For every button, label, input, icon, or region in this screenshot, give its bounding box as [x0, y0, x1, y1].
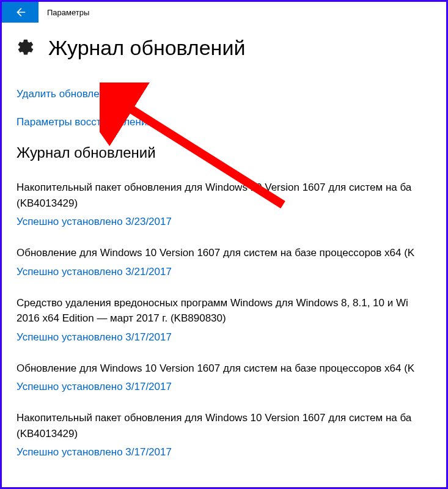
- update-name: Накопительный пакет обновления для Windo…: [17, 410, 431, 441]
- back-button[interactable]: [2, 2, 39, 23]
- update-item: Обновление для Windows 10 Version 1607 д…: [17, 245, 431, 278]
- page-title: Журнал обновлений: [48, 36, 245, 60]
- arrow-left-icon: [13, 6, 27, 19]
- update-item: Средство удаления вредоносных программ W…: [17, 295, 431, 344]
- content-area: Журнал обновлений Удалить обновления Пар…: [2, 23, 446, 458]
- update-name: Накопительный пакет обновления для Windo…: [17, 180, 431, 211]
- update-item: Накопительный пакет обновления для Windo…: [17, 410, 431, 458]
- gear-icon: [17, 38, 35, 59]
- update-name: Обновление для Windows 10 Version 1607 д…: [17, 361, 431, 377]
- update-item: Накопительный пакет обновления для Windo…: [17, 180, 431, 228]
- recovery-options-link[interactable]: Параметры восстановления: [17, 116, 431, 128]
- update-status[interactable]: Успешно установлено 3/17/2017: [17, 381, 431, 393]
- update-status[interactable]: Успешно установлено 3/17/2017: [17, 331, 431, 344]
- update-status[interactable]: Успешно установлено 3/23/2017: [17, 216, 431, 228]
- update-status[interactable]: Успешно установлено 3/21/2017: [17, 266, 431, 278]
- uninstall-updates-link[interactable]: Удалить обновления: [17, 88, 431, 100]
- update-item: Обновление для Windows 10 Version 1607 д…: [17, 361, 431, 394]
- update-name: Обновление для Windows 10 Version 1607 д…: [17, 245, 431, 261]
- section-title: Журнал обновлений: [17, 144, 431, 161]
- update-status[interactable]: Успешно установлено 3/17/2017: [17, 446, 431, 458]
- update-name: Средство удаления вредоносных программ W…: [17, 295, 431, 326]
- titlebar-text: Параметры: [47, 8, 89, 17]
- titlebar: Параметры: [2, 2, 446, 23]
- page-header: Журнал обновлений: [17, 36, 431, 60]
